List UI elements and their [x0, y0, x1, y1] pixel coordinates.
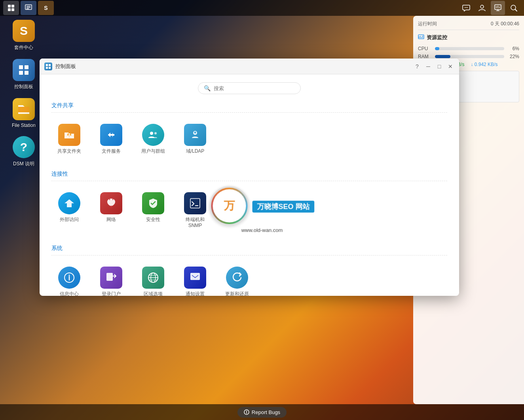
- close-button[interactable]: ✕: [446, 62, 454, 70]
- svg-rect-48: [190, 273, 200, 280]
- svg-rect-25: [49, 64, 51, 66]
- system-grid: 信息中心 登录门户: [51, 260, 447, 296]
- svg-rect-20: [19, 65, 23, 69]
- cpu-progress-fill: [435, 47, 439, 50]
- section-file-sharing: 文件共享 共享文件夹: [51, 102, 447, 161]
- window-title: 控制面板: [55, 63, 410, 70]
- svg-point-72: [246, 413, 247, 414]
- monitor-taskbar-icon[interactable]: [491, 1, 505, 15]
- svg-rect-34: [110, 206, 112, 208]
- icon-notification[interactable]: 通知设置: [177, 263, 213, 296]
- window-controls: ? ─ □ ✕: [413, 62, 454, 70]
- icon-external-access[interactable]: 外部访问: [51, 189, 87, 232]
- svg-point-29: [68, 133, 70, 135]
- svg-point-8: [465, 7, 465, 8]
- svg-rect-42: [106, 273, 113, 281]
- svg-point-31: [154, 132, 157, 134]
- desktop-icon-file-station[interactable]: File Station: [8, 98, 40, 128]
- resource-monitor-title: 资源监控: [418, 34, 519, 41]
- desktop-icon-control-panel[interactable]: 控制面板: [8, 59, 40, 90]
- icon-info-center[interactable]: 信息中心: [51, 263, 87, 296]
- svg-line-19: [515, 9, 517, 11]
- icon-label: 终端机和 SNMP: [180, 217, 210, 229]
- icon-terminal-snmp[interactable]: 终端机和 SNMP: [177, 189, 213, 232]
- download-speed: ↓ 0.942 KB/s: [471, 62, 497, 68]
- section-system: 系统 信息中心: [51, 245, 447, 296]
- help-button[interactable]: ?: [413, 62, 421, 70]
- security-icon: [142, 192, 164, 214]
- search-input-wrap[interactable]: 🔍: [198, 82, 301, 94]
- svg-rect-22: [19, 71, 23, 75]
- apps-button[interactable]: [3, 1, 19, 15]
- user-group-icon: [142, 124, 164, 146]
- search-icon: 🔍: [204, 85, 211, 91]
- svg-rect-1: [11, 5, 14, 8]
- svg-rect-27: [49, 67, 51, 69]
- svg-rect-36: [112, 199, 113, 200]
- icon-label: 登录门户: [102, 291, 121, 296]
- icon-label: 区域选项: [144, 291, 163, 296]
- icon-label: 外部访问: [60, 217, 79, 223]
- icon-login-portal[interactable]: 登录门户: [93, 263, 129, 296]
- terminal-snmp-icon: [184, 192, 206, 214]
- svg-rect-2: [8, 8, 11, 11]
- icon-label: 更新和还原: [225, 291, 249, 296]
- desktop-icon-package-center[interactable]: S 套件中心: [8, 20, 40, 51]
- svg-point-30: [150, 132, 153, 135]
- ram-progress-bar: [435, 55, 504, 58]
- search-taskbar-icon[interactable]: [507, 1, 521, 15]
- icon-label: 用户与群组: [141, 148, 165, 155]
- desktop-icons: S 套件中心 控制面板 File Station ? DSM: [8, 20, 40, 167]
- desktop-icon-dsm-help[interactable]: ? DSM 说明: [8, 136, 40, 167]
- desktop-icon-label: DSM 说明: [13, 161, 34, 167]
- user-taskbar-icon[interactable]: [475, 1, 489, 15]
- svg-point-10: [467, 7, 468, 8]
- icon-security[interactable]: 安全性: [135, 189, 171, 232]
- info-center-icon: [58, 267, 80, 289]
- svg-point-9: [466, 7, 467, 8]
- network-icon: [100, 192, 122, 214]
- icon-file-service[interactable]: 文件服务: [93, 121, 129, 158]
- app2-button[interactable]: S: [38, 1, 54, 15]
- svg-rect-23: [25, 71, 28, 75]
- app1-button[interactable]: [21, 1, 36, 15]
- connectivity-grid: 外部访问 网络: [51, 186, 447, 235]
- svg-rect-37: [190, 199, 200, 208]
- svg-rect-24: [46, 64, 48, 66]
- svg-rect-3: [11, 8, 14, 11]
- icon-domain-ldap[interactable]: 域/LDAP: [177, 121, 213, 158]
- icon-network[interactable]: 网络: [93, 189, 129, 232]
- domain-ldap-icon: [184, 124, 206, 146]
- search-bar: 🔍: [51, 82, 447, 94]
- icon-label: 域/LDAP: [186, 148, 205, 155]
- icon-update-restore[interactable]: 更新和还原: [219, 263, 255, 296]
- desktop-icon-label: File Station: [12, 123, 36, 128]
- icon-region[interactable]: 区域选项: [135, 263, 171, 296]
- icon-user-group[interactable]: 用户与群组: [135, 121, 171, 158]
- cpu-label: CPU: [418, 46, 432, 51]
- taskbar-left: S: [3, 1, 54, 15]
- ram-progress-fill: [435, 55, 450, 58]
- login-portal-icon: [100, 267, 122, 289]
- notification-icon: [184, 267, 206, 289]
- window-content: 🔍 文件共享 共享文件夹: [40, 74, 459, 296]
- update-restore-icon: [226, 267, 248, 289]
- shared-folder-icon: [58, 124, 80, 146]
- svg-rect-0: [8, 5, 11, 8]
- icon-label: 信息中心: [60, 291, 79, 296]
- icon-label: 文件服务: [102, 148, 121, 155]
- report-bugs-button[interactable]: Report Bugs: [237, 407, 287, 418]
- icon-shared-folder[interactable]: 共享文件夹: [51, 121, 87, 158]
- bottom-bar: Report Bugs: [0, 404, 524, 420]
- section-connectivity: 连接性 外部访问: [51, 170, 447, 235]
- ram-percent: 22%: [507, 54, 519, 59]
- chat-taskbar-icon[interactable]: [459, 1, 473, 15]
- cpu-percent: 6%: [507, 46, 519, 51]
- search-input[interactable]: [214, 85, 295, 91]
- desktop-icon-label: 套件中心: [14, 44, 33, 51]
- svg-point-18: [511, 5, 516, 10]
- file-sharing-grid: 共享文件夹 文件服务: [51, 117, 447, 161]
- icon-label: 安全性: [146, 217, 160, 223]
- maximize-button[interactable]: □: [435, 62, 443, 70]
- minimize-button[interactable]: ─: [424, 62, 432, 70]
